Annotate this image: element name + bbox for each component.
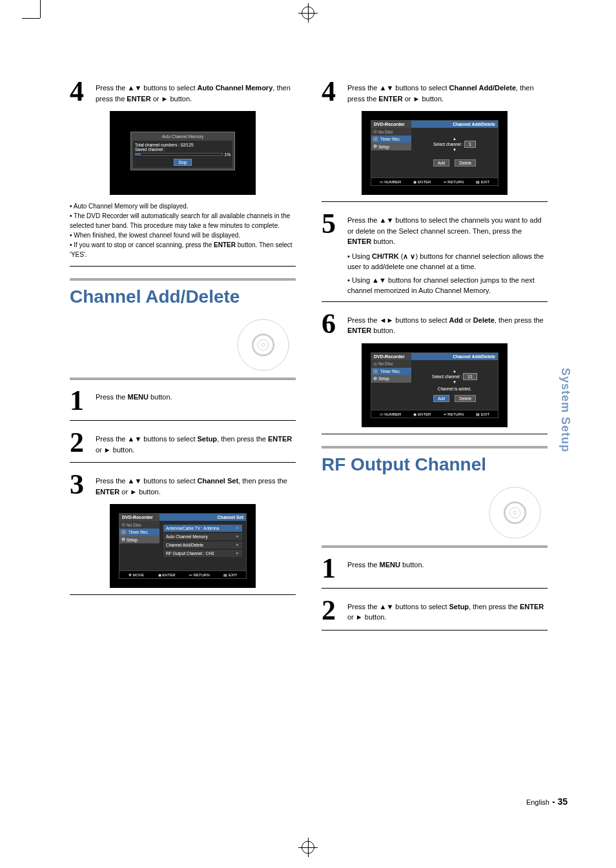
osd-footer-item: ✥ MOVE (128, 572, 144, 577)
osd-side-item: ◎ No Disc (371, 360, 411, 368)
osd-footer-item: ◉ ENTER (158, 572, 176, 577)
svg-point-5 (504, 502, 525, 523)
note-line: • Auto Channel Memory will be displayed. (70, 201, 296, 211)
left-step-1: 1 Press the MENU button. (70, 387, 296, 415)
channel-add-delete-osd-2: DVD-Recorder Channel Add/Delete ◎ No Dis… (362, 343, 508, 427)
step-text: Press the MENU button. (347, 554, 424, 570)
osd-title: Auto Channel Memory (133, 134, 232, 139)
step-text: Press the ▲▼ buttons to select Channel S… (96, 470, 296, 497)
step-number: 6 (322, 310, 341, 338)
up-arrow-icon: ▲ (415, 137, 494, 141)
divider (322, 301, 548, 302)
note-line: • When finished, the lowest channel foun… (70, 230, 296, 240)
osd-menu-row: Antenna/Cable TV : Antenna► (163, 525, 242, 532)
channel-add-delete-osd-1: DVD-Recorder Channel Add/Delete ◎ No Dis… (362, 111, 508, 195)
divider (70, 420, 296, 421)
divider (322, 588, 548, 589)
divider (322, 630, 548, 631)
right-step-6: 6 Press the ◄► buttons to select Add or … (322, 310, 548, 338)
step-text: Press the ▲▼ buttons to select Auto Chan… (96, 77, 296, 104)
step-text: Press the ▲▼ buttons to select Setup, th… (347, 596, 548, 623)
step-text: Press the ▲▼ buttons to select the chann… (347, 210, 548, 296)
osd-footer-item: ▭ NUMBER (380, 179, 402, 184)
right-column: 4 Press the ▲▼ buttons to select Channel… (322, 77, 548, 638)
osd-footer-item: ◉ ENTER (413, 412, 431, 416)
add-button: Add (433, 395, 450, 402)
osd-side-item: ◎ No Disc (119, 521, 159, 529)
select-channel-label: Select channel : (433, 142, 463, 146)
osd-footer-item: ▭ NUMBER (380, 412, 402, 416)
divider (70, 266, 296, 267)
section-header-rf-output: RF Output Channel (322, 455, 548, 532)
svg-point-3 (262, 343, 265, 347)
step-text: Press the ◄► buttons to select Add or De… (347, 310, 548, 336)
osd-header-left: DVD-Recorder (371, 121, 411, 128)
channel-number: 11 (463, 373, 477, 380)
svg-point-2 (258, 339, 268, 350)
osd-footer-item: ◉ ENTER (413, 179, 431, 184)
osd-menu-row: Auto Channel Memory► (163, 533, 242, 540)
registration-mark (302, 6, 314, 19)
svg-point-7 (513, 510, 517, 514)
divider (70, 594, 296, 595)
side-tab-label: System Setup (559, 368, 572, 452)
channel-set-osd: DVD-Recorder Channel Set ◎ No Disc Timer… (110, 504, 256, 588)
step-number: 1 (70, 387, 89, 415)
step-text: Press the ▲▼ buttons to select Setup, th… (96, 429, 296, 455)
osd-footer-item: ↩ RETURN (444, 179, 464, 184)
note-line: • The DVD Recorder will automatically se… (70, 211, 296, 230)
section-title: RF Output Channel (322, 455, 548, 475)
add-button: Add (433, 159, 450, 167)
osd-header-left: DVD-Recorder (371, 353, 411, 360)
osd-header-right: Channel Add/Delete (411, 121, 498, 128)
osd-side-item: Timer Rec. (371, 368, 411, 375)
svg-point-1 (252, 334, 273, 355)
disc-icon (483, 481, 541, 539)
osd-footer-item: ▤ EXIT (476, 412, 489, 416)
osd-menu-row: RF Output Channel : CH3► (163, 550, 242, 557)
step-number: 4 (322, 77, 341, 106)
progress-percent: 1% (225, 152, 231, 157)
delete-button: Delete (455, 395, 476, 402)
progress-bar (135, 153, 223, 156)
left-step-3: 3 Press the ▲▼ buttons to select Channel… (70, 470, 296, 499)
step-number: 1 (322, 554, 341, 583)
registration-mark (302, 841, 314, 854)
right-step-1: 1 Press the MENU button. (322, 554, 548, 583)
section-divider (322, 446, 548, 449)
osd-line: Saved channel : (135, 147, 231, 152)
step-number: 3 (70, 470, 89, 499)
section-divider (70, 378, 296, 380)
osd-header-right: Channel Set (159, 514, 246, 521)
divider (322, 434, 548, 434)
osd-footer-item: ↩ RETURN (444, 412, 464, 416)
left-step-4: 4 Press the ▲▼ buttons to select Auto Ch… (70, 77, 296, 106)
step-text: Press the MENU button. (96, 387, 172, 403)
down-arrow-icon: ▼ (415, 380, 494, 384)
step-number: 5 (322, 210, 341, 238)
osd-side-item: ⚙ Setup (119, 536, 159, 543)
svg-point-6 (509, 507, 520, 518)
step-number: 2 (70, 429, 89, 457)
osd-side-item: ◎ No Disc (371, 128, 411, 136)
crop-mark (22, 0, 45, 23)
right-step-2: 2 Press the ▲▼ buttons to select Setup, … (322, 596, 548, 625)
page-number: English - 35 (526, 796, 568, 807)
divider (322, 201, 548, 202)
osd-footer-item: ▤ EXIT (476, 179, 489, 184)
down-arrow-icon: ▼ (415, 148, 494, 152)
note-block: • Auto Channel Memory will be displayed.… (70, 201, 296, 259)
osd-side-item: ⚙ Setup (371, 143, 411, 150)
channel-number: 1 (464, 141, 476, 148)
right-step-5: 5 Press the ▲▼ buttons to select the cha… (322, 210, 548, 296)
step-number: 2 (322, 596, 341, 625)
osd-line: Total channel numbers : 02/125 (135, 143, 231, 147)
section-header-channel-add-delete: Channel Add/Delete (70, 287, 296, 365)
svg-point-4 (489, 487, 540, 538)
channel-status: Channel is added. (415, 387, 494, 391)
right-step-4: 4 Press the ▲▼ buttons to select Channel… (322, 77, 548, 106)
left-step-2: 2 Press the ▲▼ buttons to select Setup, … (70, 429, 296, 457)
note-line: • If you want to stop or cancel scanning… (70, 240, 296, 259)
stop-button: Stop (174, 159, 191, 166)
osd-side-item: ⚙ Setup (371, 375, 411, 383)
